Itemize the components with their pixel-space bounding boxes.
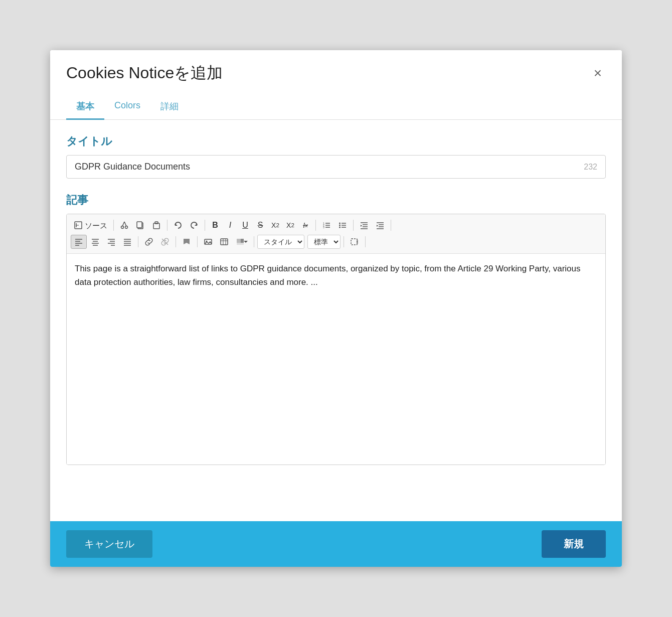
editor-content[interactable]: This page is a straightforward list of l… [67, 254, 605, 465]
indent-increase-icon [376, 221, 385, 230]
svg-line-5 [122, 222, 124, 226]
redo-icon [190, 221, 199, 230]
format-select[interactable]: 標準 [307, 235, 341, 249]
cut-icon [120, 221, 129, 230]
svg-rect-55 [221, 239, 228, 245]
sep-4 [315, 220, 316, 231]
ordered-list-icon: 1 2 3 [322, 221, 331, 230]
link-button[interactable] [141, 235, 156, 248]
sep-1 [113, 220, 114, 231]
link-icon [144, 237, 153, 246]
tab-basic[interactable]: 基本 [66, 94, 104, 120]
special-char-button[interactable] [233, 235, 251, 248]
svg-marker-62 [244, 241, 248, 243]
italic-clear-button[interactable]: Ix [298, 220, 312, 231]
sep-5 [353, 220, 354, 231]
svg-rect-61 [237, 243, 244, 245]
dialog-header: Cookies Noticeを追加 × [50, 50, 622, 94]
svg-rect-59 [237, 239, 241, 243]
source-icon [74, 221, 83, 230]
dialog-footer: キャンセル 新規 [50, 521, 622, 567]
paste-icon [152, 221, 161, 230]
title-input[interactable] [75, 162, 580, 172]
indent-decrease-icon [360, 221, 369, 230]
italic-button[interactable]: I [223, 219, 237, 231]
ordered-list-button[interactable]: 1 2 3 [319, 219, 334, 232]
svg-rect-63 [351, 239, 357, 245]
title-field-wrapper: 232 [66, 155, 606, 179]
table-icon [220, 237, 229, 246]
image-icon [204, 237, 213, 246]
copy-icon [136, 221, 145, 230]
unordered-list-button[interactable] [335, 219, 350, 232]
editor-toolbar: ソース [67, 214, 605, 254]
dialog: Cookies Noticeを追加 × 基本 Colors 詳細 タイトル 23… [50, 50, 622, 567]
source-button[interactable]: ソース [71, 219, 110, 232]
sep-12 [365, 236, 366, 247]
table-button[interactable] [217, 235, 232, 248]
paste-button[interactable] [149, 219, 164, 232]
tab-detail[interactable]: 詳細 [150, 94, 189, 120]
svg-point-24 [339, 227, 341, 228]
dialog-title: Cookies Noticeを追加 [66, 62, 223, 84]
svg-point-22 [339, 223, 341, 224]
svg-text:3: 3 [323, 226, 324, 229]
svg-marker-12 [195, 223, 197, 226]
undo-button[interactable] [171, 219, 186, 232]
dialog-body: タイトル 232 記事 ソース [50, 120, 622, 521]
anchor-button[interactable] [179, 235, 194, 248]
svg-line-6 [124, 222, 126, 226]
superscript-button[interactable]: X2 [283, 220, 297, 231]
article-section-label: 記事 [66, 193, 606, 208]
svg-marker-34 [377, 225, 378, 227]
bold-button[interactable]: B [208, 219, 222, 231]
svg-point-4 [125, 226, 128, 229]
indent-decrease-button[interactable] [357, 219, 372, 232]
align-right-icon [107, 237, 116, 246]
sep-7 [138, 236, 138, 247]
align-center-button[interactable] [88, 235, 103, 248]
sep-6 [391, 220, 391, 231]
toolbar-row-1: ソース [71, 217, 601, 233]
align-left-button[interactable] [71, 235, 87, 249]
toolbar-row-2: スタイル 標準 [71, 233, 601, 250]
preview-icon [350, 237, 359, 246]
close-button[interactable]: × [590, 64, 606, 82]
new-button[interactable]: 新規 [542, 530, 606, 558]
svg-rect-64 [357, 240, 358, 244]
preview-button[interactable] [347, 235, 362, 248]
cancel-button[interactable]: キャンセル [66, 530, 152, 558]
sep-9 [197, 236, 198, 247]
svg-point-3 [121, 226, 124, 229]
subscript-button[interactable]: X2 [268, 220, 282, 231]
align-right-button[interactable] [104, 235, 119, 248]
sep-10 [254, 236, 254, 247]
cut-button[interactable] [117, 219, 132, 232]
editor-wrapper: ソース [66, 214, 606, 465]
dropdown-arrow [244, 240, 248, 244]
svg-line-51 [162, 239, 168, 245]
source-label: ソース [85, 222, 107, 229]
sep-2 [167, 220, 167, 231]
svg-rect-8 [137, 222, 142, 228]
svg-marker-52 [184, 239, 190, 244]
copy-button[interactable] [133, 219, 148, 232]
anchor-icon [182, 237, 191, 246]
tab-colors[interactable]: Colors [104, 94, 150, 120]
svg-point-23 [339, 225, 341, 226]
svg-marker-11 [175, 223, 178, 226]
align-justify-button[interactable] [120, 235, 135, 248]
style-select[interactable]: スタイル [257, 235, 304, 249]
unlink-button[interactable] [157, 235, 173, 248]
sep-11 [344, 236, 344, 247]
image-button[interactable] [201, 235, 216, 248]
indent-increase-button[interactable] [373, 219, 388, 232]
underline-button[interactable]: U [238, 219, 252, 231]
strikethrough-button[interactable]: S [253, 219, 267, 231]
unordered-list-icon [338, 221, 347, 230]
redo-button[interactable] [187, 219, 202, 232]
undo-icon [174, 221, 183, 230]
sep-8 [176, 236, 176, 247]
align-justify-icon [123, 237, 132, 246]
svg-marker-29 [361, 225, 362, 227]
